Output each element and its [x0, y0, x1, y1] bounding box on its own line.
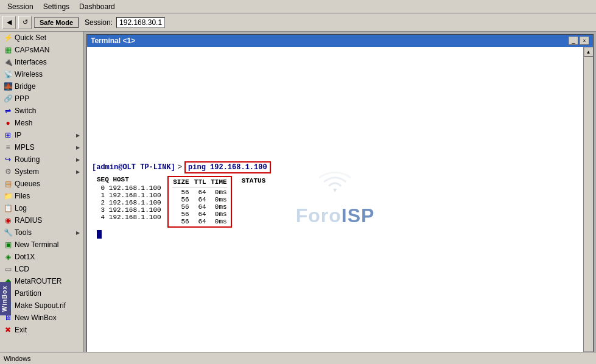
- lcd-label: LCD: [15, 265, 29, 273]
- seq-host-row: 2 192.168.1.100: [97, 199, 161, 206]
- seq-host-row: 4 192.168.1.100: [97, 214, 161, 221]
- terminal-content[interactable]: ForoISP [admin@OLT TP-LINK] > ping 192.1…: [87, 47, 583, 361]
- ping-section: [admin@OLT TP-LINK] > ping 192.168.1.100…: [92, 161, 578, 239]
- prompt-text: [admin@OLT TP-LINK]: [92, 163, 175, 172]
- sidebar-item-partition[interactable]: ⊟Partition: [0, 287, 83, 299]
- system-label: System: [15, 167, 39, 176]
- windows-label: Windows: [4, 355, 31, 362]
- terminal-titlebar: Terminal <1> _ ×: [87, 35, 593, 47]
- ip-label: IP: [15, 131, 21, 139]
- prompt-line: [admin@OLT TP-LINK] > ping 192.168.1.100: [92, 161, 578, 173]
- safe-mode-button[interactable]: Safe Mode: [34, 17, 79, 28]
- cell-time: 0ms: [210, 189, 227, 196]
- sidebar-item-tools[interactable]: 🔧Tools: [0, 226, 83, 239]
- sidebar-item-log[interactable]: 📋Log: [0, 202, 83, 214]
- cursor-block: [97, 230, 102, 239]
- content-area: Terminal <1> _ ×: [84, 32, 596, 364]
- main-layout: ⚡Quick Set▦CAPsMAN🔌Interfaces📡Wireless🌉B…: [0, 32, 596, 364]
- prompt-arrow: >: [178, 163, 182, 172]
- sidebar-item-bridge[interactable]: 🌉Bridge: [0, 80, 83, 93]
- sidebar-item-radius[interactable]: ◉RADIUS: [0, 214, 83, 226]
- sidebar-item-metarouter[interactable]: ◆MetaROUTER: [0, 275, 83, 287]
- sidebar-item-queues[interactable]: ▤Queues: [0, 178, 83, 190]
- tools-icon: 🔧: [4, 228, 12, 237]
- menu-settings[interactable]: Settings: [38, 1, 74, 12]
- routing-label: Routing: [15, 155, 40, 164]
- cell-time: 0ms: [210, 203, 227, 211]
- terminal-close-button[interactable]: ×: [580, 37, 589, 45]
- menubar: Session Settings Dashboard: [0, 0, 596, 13]
- radius-icon: ◉: [4, 216, 12, 225]
- toolbar: ◀ ↺ Safe Mode Session: 192.168.30.1: [0, 13, 596, 32]
- terminal-window: Terminal <1> _ ×: [86, 34, 594, 362]
- sidebar-item-dot1x[interactable]: ◈Dot1X: [0, 251, 83, 263]
- header-time: TIME: [210, 178, 227, 186]
- sidebar-item-ip[interactable]: ⊞IP: [0, 129, 83, 141]
- sidebar-item-capsman[interactable]: ▦CAPsMAN: [0, 44, 83, 56]
- size-ttl-row: 56640ms: [172, 218, 227, 225]
- switch-icon: ⇌: [4, 107, 12, 115]
- dot1x-icon: ◈: [4, 253, 12, 261]
- files-icon: 📁: [4, 192, 12, 200]
- ip-icon: ⊞: [4, 131, 12, 139]
- cell-ttl: 64: [193, 189, 206, 196]
- capsman-label: CAPsMAN: [15, 46, 49, 54]
- sidebar-item-files[interactable]: 📁Files: [0, 190, 83, 202]
- header-ttl: TTL: [193, 178, 206, 186]
- dot1x-label: Dot1X: [15, 253, 35, 261]
- sidebar-item-lcd[interactable]: ▭LCD: [0, 263, 83, 275]
- sidebar-item-exit[interactable]: ✖Exit: [0, 324, 83, 336]
- sidebar-item-interfaces[interactable]: 🔌Interfaces: [0, 56, 83, 68]
- sidebar-item-new-winbox[interactable]: 🖥New WinBox: [0, 312, 83, 324]
- ping-table-container: SEQ HOST 0 192.168.1.100 1 192.168.1.100…: [97, 176, 578, 228]
- terminal-scrollbar[interactable]: ▲ ▼: [583, 47, 593, 361]
- size-ttl-row: 56640ms: [172, 189, 227, 196]
- sidebar-item-routing[interactable]: ↪Routing: [0, 153, 83, 166]
- quick-set-label: Quick Set: [15, 33, 46, 42]
- size-ttl-rows: 56640ms56640ms56640ms56640ms56640ms: [172, 189, 227, 225]
- sidebar-item-system[interactable]: ⚙System: [0, 166, 83, 178]
- header-size: SIZE: [172, 178, 189, 186]
- terminal-minimize-button[interactable]: _: [569, 37, 578, 45]
- sidebar-item-mpls[interactable]: ≡MPLS: [0, 141, 83, 153]
- menu-session[interactable]: Session: [2, 1, 38, 12]
- sidebar-item-new-terminal[interactable]: ▣New Terminal: [0, 239, 83, 251]
- switch-label: Switch: [15, 107, 36, 115]
- sidebar-item-switch[interactable]: ⇌Switch: [0, 105, 83, 117]
- size-ttl-header: SIZE TTL TIME: [172, 178, 227, 187]
- terminal-controls: _ ×: [569, 37, 589, 45]
- windows-bar: Windows: [0, 352, 596, 364]
- cell-ttl: 64: [193, 218, 206, 225]
- session-ip: 192.168.30.1: [116, 17, 165, 28]
- quick-set-icon: ⚡: [4, 33, 12, 42]
- wireless-icon: 📡: [4, 70, 12, 79]
- seq-host-row: 1 192.168.1.100: [97, 192, 161, 199]
- ppp-icon: 🔗: [4, 94, 12, 103]
- queues-icon: ▤: [4, 180, 12, 188]
- sidebar-item-mesh[interactable]: ●Mesh: [0, 117, 83, 129]
- routing-icon: ↪: [4, 155, 12, 164]
- exit-label: Exit: [15, 326, 27, 334]
- size-ttl-table: SIZE TTL TIME 56640ms56640ms56640ms56640…: [167, 176, 232, 228]
- cursor-line: [97, 230, 578, 239]
- seq-host-row: 3 192.168.1.100: [97, 206, 161, 214]
- sidebar-item-wireless[interactable]: 📡Wireless: [0, 68, 83, 80]
- refresh-button[interactable]: ↺: [18, 16, 32, 29]
- menu-dashboard[interactable]: Dashboard: [74, 1, 120, 12]
- cell-time: 0ms: [210, 211, 227, 218]
- tools-label: Tools: [15, 228, 32, 237]
- partition-label: Partition: [15, 289, 41, 298]
- seq-host-header: SEQ HOST: [97, 176, 161, 183]
- seq-host-rows: 0 192.168.1.100 1 192.168.1.100 2 192.16…: [97, 184, 161, 221]
- back-button[interactable]: ◀: [2, 16, 16, 29]
- new-terminal-icon: ▣: [4, 240, 12, 249]
- capsman-icon: ▦: [4, 46, 12, 54]
- terminal-title: Terminal <1>: [91, 37, 135, 45]
- cell-ttl: 64: [193, 196, 206, 203]
- sidebar-item-make-supout[interactable]: 📄Make Supout.rif: [0, 299, 83, 312]
- scroll-up-arrow[interactable]: ▲: [584, 47, 594, 57]
- size-ttl-row: 56640ms: [172, 203, 227, 211]
- cell-ttl: 64: [193, 203, 206, 211]
- sidebar-item-quick-set[interactable]: ⚡Quick Set: [0, 32, 83, 44]
- sidebar-item-ppp[interactable]: 🔗PPP: [0, 93, 83, 105]
